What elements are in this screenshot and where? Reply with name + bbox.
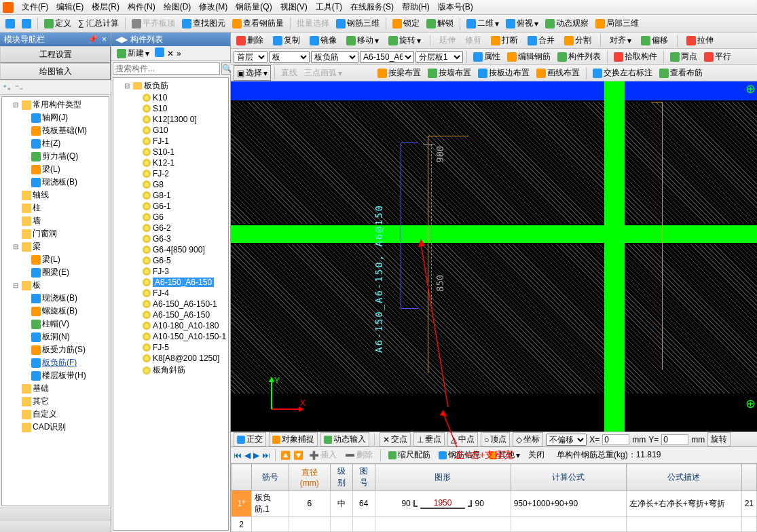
drawing-canvas[interactable]: 900 850 A6-150_A6-150, A6@150 X Y (231, 81, 757, 432)
coord-snap[interactable]: ◇ 坐标 (513, 432, 543, 446)
osnap-toggle[interactable]: 对象捕捉 (269, 432, 318, 446)
y-input[interactable] (661, 434, 688, 445)
split-button[interactable]: 分割 (561, 33, 594, 48)
table-header[interactable] (232, 464, 252, 491)
menu-帮助[interactable]: 帮助(H) (398, 0, 434, 14)
tree-item[interactable]: 门窗洞 (33, 228, 57, 240)
table-header[interactable]: 计算公式 (511, 464, 626, 491)
batch-select-button[interactable]: 批量选择 (294, 16, 332, 31)
component-item[interactable]: G6 (153, 212, 164, 222)
tree-item[interactable]: 基础 (33, 383, 49, 394)
rotate-button[interactable]: 旋转 ▾ (386, 33, 424, 48)
component-item[interactable]: G6-2 (153, 223, 171, 233)
tree-item[interactable]: 板受力筋(S) (42, 344, 86, 356)
copy-button[interactable]: 复制 (270, 33, 303, 48)
new-component-button[interactable]: 新建 ▾ (114, 46, 152, 60)
component-item[interactable]: S10 (153, 104, 167, 113)
rebar-table[interactable]: 筋号直径(mm)级别图号图形计算公式公式描述1*板负筋.16中649019509… (231, 463, 757, 532)
tree-item[interactable]: 楼层板带(H) (42, 370, 86, 381)
next-page-icon[interactable]: ▶ (253, 451, 259, 460)
floor-select[interactable]: 首层 (234, 51, 267, 63)
component-item[interactable]: A6-150_A6-150 (153, 310, 210, 320)
align-button[interactable]: 对齐 ▾ (607, 33, 634, 48)
vertex-snap[interactable]: ○ 顶点 (481, 432, 510, 446)
merge-button[interactable]: 合并 (525, 33, 557, 48)
component-select[interactable]: A6-150_A6 (360, 51, 414, 63)
component-item[interactable]: K12[1300 0] (153, 115, 197, 124)
tree-item[interactable]: 板洞(N) (42, 331, 70, 343)
property-button[interactable]: 属性 (470, 50, 503, 64)
component-item[interactable]: A6-150_A6-150 (153, 278, 214, 287)
tab-draw-input[interactable]: 绘图输入 (0, 63, 111, 80)
tree-item[interactable]: 轴网(J) (42, 112, 68, 124)
table-header[interactable]: 筋号 (252, 464, 289, 491)
menu-钢筋量[interactable]: 钢筋量(Q) (232, 0, 276, 14)
stretch-button[interactable]: 拉伸 (684, 33, 716, 48)
define-button[interactable]: 定义 (41, 16, 74, 31)
move-button[interactable]: 移动 ▾ (344, 33, 382, 48)
complist-more-icon[interactable]: » (177, 49, 181, 58)
tree-item[interactable]: 螺旋板(B) (42, 305, 77, 317)
midpoint-snap[interactable]: △ 中点 (447, 432, 478, 446)
pin-icon[interactable]: 📌 (88, 35, 98, 44)
table-header[interactable]: 直径(mm) (289, 464, 330, 491)
by-beam-button[interactable]: 按梁布置 (375, 66, 424, 80)
trim-button[interactable]: 修剪 (462, 33, 484, 48)
component-item[interactable]: K10 (153, 93, 167, 102)
x-input[interactable] (602, 434, 629, 445)
tree-item[interactable]: CAD识别 (33, 421, 66, 433)
first-page-icon[interactable]: ⏮ (234, 451, 242, 460)
component-item[interactable]: FJ-1 (153, 136, 169, 146)
component-item[interactable]: G6-1 (153, 202, 171, 211)
component-item[interactable]: S10-1 (153, 147, 174, 157)
close-panel-button[interactable]: 关闭 (525, 449, 547, 461)
component-item[interactable]: K8[A8@200 1250] (153, 354, 219, 363)
component-item[interactable]: G6-3 (153, 234, 171, 244)
top-view-button[interactable]: 俯视 ▾ (503, 16, 541, 31)
layer-select[interactable]: 分层板1 (416, 51, 463, 63)
menu-绘图[interactable]: 绘图(D) (160, 0, 196, 14)
tree-item[interactable]: 板 (33, 280, 41, 291)
tree-collapse-icon[interactable]: ⁻₋ (15, 83, 23, 92)
menu-文件[interactable]: 文件(F) (18, 0, 52, 14)
dyn-input-toggle[interactable]: 动态输入 (320, 432, 369, 446)
view-rebar-button[interactable]: 查看钢筋量 (229, 16, 287, 31)
tree-expand-icon[interactable]: ⁺₊ (3, 83, 11, 92)
tree-item[interactable]: 轴线 (33, 189, 49, 201)
tree-item[interactable]: 梁(L) (42, 254, 60, 265)
scale-rebar-button[interactable]: 缩尺配筋 (386, 449, 433, 461)
tree-item[interactable]: 柱(Z) (42, 138, 60, 149)
select-tool-button[interactable]: ▣选择 ▾ (234, 65, 271, 81)
intersection-snap[interactable]: ✕ 交点 (380, 432, 411, 446)
tree-item[interactable]: 现浇板(B) (42, 176, 77, 188)
navigation-tree[interactable]: 常用构件类型轴网(J)筏板基础(M)柱(Z)剪力墙(Q)梁(L)现浇板(B)轴线… (1, 96, 109, 506)
rebar-3d-button[interactable]: 钢筋三维 (333, 16, 382, 31)
component-item[interactable]: K12-1 (153, 158, 174, 168)
component-item[interactable]: FJ-5 (153, 343, 169, 352)
tree-item[interactable]: 梁 (33, 241, 41, 252)
by-slab-edge-button[interactable]: 按板边布置 (475, 66, 532, 80)
tree-item[interactable]: 常用构件类型 (33, 99, 81, 111)
menu-构件[interactable]: 构件(N) (124, 0, 160, 14)
component-item[interactable]: G6-4[850 900] (153, 245, 205, 254)
sum-button[interactable]: ∑ 汇总计算 (75, 16, 122, 31)
subtype-select[interactable]: 板负筋 (311, 51, 358, 63)
redo-button[interactable] (19, 18, 34, 30)
table-row[interactable]: 1*板负筋.16中6490195090950+1000+90+90左净长+右净长… (232, 491, 757, 517)
prev-page-icon[interactable]: ◀ (244, 451, 251, 460)
menu-在线服务[interactable]: 在线服务(S) (346, 0, 398, 14)
unlock-button[interactable]: 解锁 (424, 16, 456, 31)
component-item[interactable]: FJ-2 (153, 169, 169, 178)
tree-item[interactable]: 柱 (33, 202, 41, 214)
component-item[interactable]: A10-180_A10-180 (153, 321, 219, 330)
table-header[interactable]: 公式描述 (626, 464, 741, 491)
draw-line-layout-button[interactable]: 画线布置 (534, 66, 583, 80)
component-item[interactable]: 板角斜筋 (153, 364, 185, 376)
break-button[interactable]: 打断 (488, 33, 521, 48)
table-header[interactable]: 级别 (330, 464, 352, 491)
component-item[interactable]: A10-150_A10-150-1 (153, 332, 226, 341)
insert-row-button[interactable]: ➕ 插入 (306, 449, 339, 461)
table-header[interactable]: 图号 (352, 464, 375, 491)
menu-编辑[interactable]: 编辑(E) (52, 0, 88, 14)
component-item[interactable]: FJ-4 (153, 288, 169, 298)
